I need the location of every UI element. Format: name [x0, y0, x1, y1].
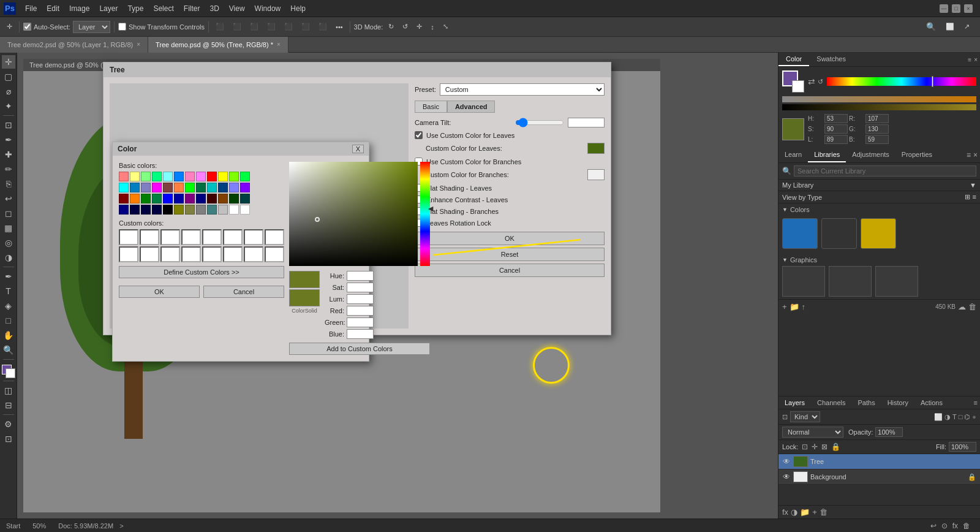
basic-color-cell-30[interactable]: [185, 194, 195, 203]
tree-tab-basic[interactable]: Basic: [415, 101, 447, 113]
current-color-preview[interactable]: [782, 118, 804, 140]
color-gradient-picker[interactable]: [289, 162, 418, 266]
custom-cell-5[interactable]: [202, 229, 222, 245]
history-tab[interactable]: History: [881, 397, 914, 409]
move-tool-btn[interactable]: ✛: [4, 21, 15, 32]
blur-tool[interactable]: ◎: [2, 236, 15, 249]
layer-tree-visibility[interactable]: 👁: [782, 457, 791, 466]
basic-color-cell-11[interactable]: [240, 172, 250, 181]
auto-select-checkbox[interactable]: [23, 23, 31, 31]
basic-color-cell-31[interactable]: [196, 194, 206, 203]
lock-artboard-icon[interactable]: ⊠: [821, 443, 827, 451]
basic-color-cell-6[interactable]: [185, 172, 195, 181]
swatches-tab[interactable]: Swatches: [809, 53, 853, 66]
lock-pixel-icon[interactable]: ⊡: [802, 443, 808, 451]
lib-colors-header[interactable]: ▼ Colors: [782, 206, 976, 213]
basic-color-cell-44[interactable]: [207, 205, 217, 215]
custom-cell-8[interactable]: [265, 229, 284, 245]
fx-bottom-icon[interactable]: fx: [952, 522, 958, 530]
lib-color-dark[interactable]: [821, 218, 857, 249]
adjust-icon[interactable]: ◑: [791, 507, 797, 517]
new-layer-icon[interactable]: +: [812, 507, 817, 517]
lib-tab-adjustments[interactable]: Adjustments: [846, 148, 895, 162]
tab-tree-demo[interactable]: Tree demo.psd @ 50% (Tree, RGB/8) * ×: [148, 37, 288, 53]
hue-slider[interactable]: ◄: [420, 162, 430, 266]
delete-layer-icon[interactable]: 🗑: [820, 507, 827, 517]
basic-color-cell-45[interactable]: [218, 205, 228, 215]
share-btn[interactable]: ↗: [961, 21, 973, 32]
fill-input[interactable]: [949, 442, 976, 452]
custom-cell-10[interactable]: [140, 246, 159, 262]
custom-cell-2[interactable]: [140, 229, 159, 245]
lasso-tool[interactable]: ⌀: [2, 85, 15, 98]
l-input[interactable]: [824, 135, 848, 144]
saturation-strip[interactable]: [782, 96, 976, 102]
tab-tree-demo2[interactable]: Tree demo2.psd @ 50% (Layer 1, RGB/8) ×: [0, 37, 148, 53]
custom-cell-9[interactable]: [119, 246, 138, 262]
basic-color-cell-16[interactable]: [163, 183, 173, 192]
panel-close-icon[interactable]: ×: [974, 56, 978, 63]
kind-select[interactable]: Kind: [790, 411, 820, 422]
basic-color-cell-38[interactable]: [141, 205, 151, 215]
use-custom-leaves-checkbox[interactable]: [415, 131, 423, 139]
screen-mode-btn[interactable]: ⊟: [2, 398, 15, 412]
lib-tab-learn[interactable]: Learn: [778, 148, 808, 162]
color-tab[interactable]: Color: [778, 53, 809, 66]
menu-window[interactable]: Window: [251, 3, 285, 14]
panel-options-icon[interactable]: ≡: [968, 56, 971, 63]
lock-position-icon[interactable]: ✛: [812, 443, 818, 451]
basic-color-cell-21[interactable]: [218, 183, 228, 192]
preset-select[interactable]: Custom: [440, 83, 605, 96]
pen-tool[interactable]: ✒: [2, 270, 15, 283]
fx-icon[interactable]: fx: [782, 507, 788, 517]
lib-color-blue[interactable]: [782, 218, 818, 249]
menu-layer[interactable]: Layer: [95, 3, 122, 14]
camera-tilt-value[interactable]: 7: [568, 118, 605, 127]
custom-cell-1[interactable]: [119, 229, 138, 245]
eraser-tool[interactable]: ◻: [2, 207, 15, 220]
basic-color-cell-32[interactable]: [207, 194, 217, 203]
layer-row-tree[interactable]: 👁 Tree: [778, 454, 980, 469]
basic-color-cell-7[interactable]: [196, 172, 206, 181]
basic-color-cell-4[interactable]: [163, 172, 173, 181]
layers-tab[interactable]: Layers: [778, 397, 811, 409]
custom-cell-14[interactable]: [223, 246, 243, 262]
color-dialog-close[interactable]: X: [352, 145, 364, 153]
align-bottom-btn[interactable]: ⬛: [298, 21, 313, 32]
define-custom-colors-btn[interactable]: Define Custom Colors >>: [119, 266, 284, 278]
crop-tool[interactable]: ⊡: [2, 118, 15, 132]
minimize-btn[interactable]: —: [940, 4, 948, 13]
3d-pan-btn[interactable]: ✛: [413, 21, 425, 32]
basic-color-cell-2[interactable]: [141, 172, 151, 181]
stamp-tool[interactable]: ⎘: [2, 177, 15, 191]
lib-graphic-3[interactable]: [875, 266, 918, 297]
custom-cell-16[interactable]: [265, 246, 284, 262]
basic-color-cell-40[interactable]: [163, 205, 173, 215]
custom-branches-color-box[interactable]: [587, 169, 605, 180]
tree-reset-btn[interactable]: Reset: [415, 248, 605, 261]
hue-input[interactable]: 53: [347, 271, 374, 281]
misc-btn2[interactable]: ⊡: [2, 432, 15, 446]
paths-tab[interactable]: Paths: [852, 397, 881, 409]
basic-color-cell-15[interactable]: [152, 183, 162, 192]
lib-grid-view-icon[interactable]: ⊞: [965, 193, 970, 201]
menu-help[interactable]: Help: [286, 3, 310, 14]
lib-upload-icon[interactable]: ↑: [802, 302, 806, 311]
basic-color-cell-20[interactable]: [207, 183, 217, 192]
lib-graphic-1[interactable]: [782, 266, 825, 297]
misc-btn1[interactable]: ⚙: [2, 417, 15, 431]
blend-mode-select[interactable]: Normal Multiply Screen: [782, 427, 843, 438]
basic-color-cell-43[interactable]: [196, 205, 206, 215]
swap-icon[interactable]: ⇄: [808, 77, 815, 86]
layer-select[interactable]: Layer Group: [73, 21, 110, 33]
custom-cell-11[interactable]: [160, 246, 180, 262]
restore-btn[interactable]: □: [952, 4, 960, 13]
magic-wand-tool[interactable]: ✦: [2, 99, 15, 113]
basic-color-cell-17[interactable]: [174, 183, 184, 192]
blue-input[interactable]: 59: [347, 329, 374, 339]
channels-tab[interactable]: Channels: [811, 397, 851, 409]
basic-color-cell-34[interactable]: [229, 194, 239, 203]
basic-color-cell-39[interactable]: [152, 205, 162, 215]
custom-cell-3[interactable]: [160, 229, 180, 245]
align-center-btn[interactable]: ⬛: [230, 21, 244, 32]
